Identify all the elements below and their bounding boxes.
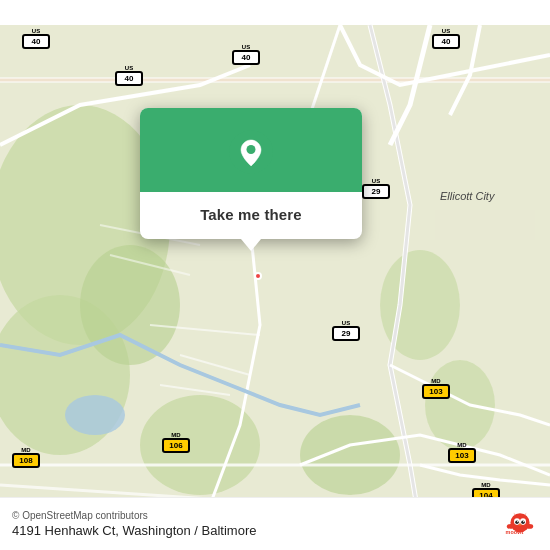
map-marker: [254, 272, 262, 280]
shield-md106: MD 106: [162, 432, 190, 453]
svg-point-27: [523, 521, 524, 522]
svg-point-25: [521, 520, 525, 524]
svg-point-31: [507, 524, 514, 529]
svg-point-32: [526, 524, 533, 529]
address-text: 4191 Henhawk Ct, Washington / Baltimore: [12, 523, 256, 538]
bottom-bar: © OpenStreetMap contributors 4191 Henhaw…: [0, 497, 550, 550]
shield-md108-1: MD 108: [12, 447, 40, 468]
map-container: US 40 US 40 US 40 US 40 US 29 US 29 MD 1…: [0, 0, 550, 550]
location-pin-icon: [229, 130, 273, 174]
shield-md103-1: MD 103: [422, 378, 450, 399]
ellicott-city-label: Ellicott City: [440, 190, 494, 202]
shield-us40-4: US 40: [432, 28, 460, 49]
shield-us40-1: US 40: [22, 28, 50, 49]
shield-us40-2: US 40: [115, 65, 143, 86]
moovit-owl-icon: moovit: [502, 506, 538, 542]
shield-us29-1: US 29: [362, 178, 390, 199]
svg-point-20: [247, 145, 256, 154]
popup-header: [140, 108, 362, 192]
shield-us29-2: US 29: [332, 320, 360, 341]
map-background: [0, 0, 550, 550]
svg-point-26: [517, 521, 518, 522]
svg-point-4: [80, 245, 180, 365]
svg-text:moovit: moovit: [506, 529, 524, 535]
shield-md103-2: MD 103: [448, 442, 476, 463]
svg-rect-18: [435, 210, 535, 240]
shield-us40-3: US 40: [232, 44, 260, 65]
take-me-there-button[interactable]: Take me there: [188, 202, 314, 227]
moovit-logo: moovit: [502, 506, 538, 542]
bottom-left: © OpenStreetMap contributors 4191 Henhaw…: [12, 510, 256, 538]
attribution: © OpenStreetMap contributors: [12, 510, 256, 521]
popup-card: Take me there: [140, 108, 362, 239]
svg-point-7: [300, 415, 400, 495]
svg-point-6: [425, 360, 495, 450]
svg-point-8: [65, 395, 125, 435]
svg-point-24: [515, 520, 519, 524]
popup-pointer: [241, 239, 261, 251]
